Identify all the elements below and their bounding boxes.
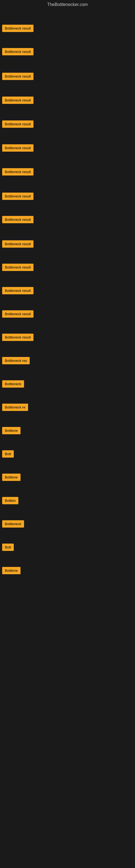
bottleneck-item-20: Bottlene [2,474,20,481]
bottleneck-item-4: Bottleneck result [2,97,34,104]
bottleneck-item-13: Bottleneck result [2,310,34,318]
bottleneck-item-1: Bottleneck result [2,25,34,32]
page-wrapper: TheBottlenecker.com Bottleneck resultBot… [0,0,135,868]
bottleneck-item-16: Bottleneck [2,380,24,388]
bottleneck-item-9: Bottleneck result [2,216,34,223]
bottleneck-item-19: Bott [2,450,14,458]
bottleneck-item-14: Bottleneck result [2,334,34,341]
site-title: TheBottlenecker.com [0,0,135,9]
bottleneck-item-3: Bottleneck result [2,73,34,80]
bottleneck-item-18: Bottlene [2,427,20,434]
items-container: Bottleneck resultBottleneck resultBottle… [0,9,135,868]
small-label: ... [1,705,3,708]
bottleneck-item-2: Bottleneck result [2,48,34,55]
bottleneck-item-21: Bottlen [2,497,18,504]
bottleneck-item-10: Bottleneck result [2,240,34,248]
bottleneck-item-5: Bottleneck result [2,120,34,128]
bottleneck-item-11: Bottleneck result [2,264,34,271]
bottleneck-item-8: Bottleneck result [2,193,34,200]
bottleneck-item-15: Bottleneck res [2,357,30,364]
bottleneck-item-12: Bottleneck result [2,287,34,294]
bottleneck-item-7: Bottleneck result [2,168,34,176]
bottleneck-item-17: Bottleneck re [2,404,28,411]
bottleneck-item-24: Bottlene [2,567,20,574]
bottleneck-item-23: Bott [2,544,14,551]
bottleneck-item-6: Bottleneck result [2,144,34,152]
bottleneck-item-22: Bottleneck [2,520,24,528]
